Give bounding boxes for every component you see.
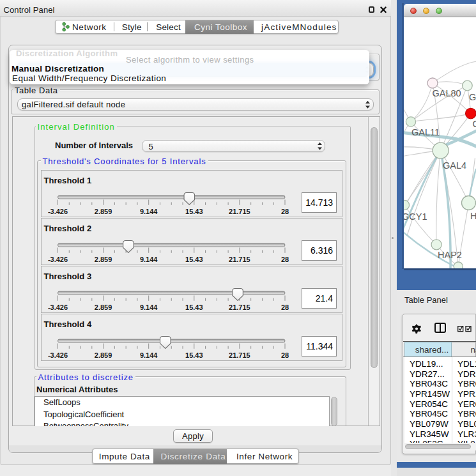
svg-text:9.144: 9.144 [139,351,157,359]
svg-text:-3.426: -3.426 [47,303,67,311]
svg-text:H: H [470,211,476,221]
svg-text:G.: G. [469,92,476,102]
svg-text:-3.426: -3.426 [47,351,67,359]
svg-text:28: 28 [280,256,288,263]
svg-text:2.859: 2.859 [94,351,112,359]
svg-text:2.859: 2.859 [94,208,112,215]
svg-text:28: 28 [280,208,288,215]
svg-text:28: 28 [280,351,288,359]
svg-text:HAP2: HAP2 [438,250,462,260]
svg-text:-3.426: -3.426 [47,256,67,263]
svg-text:21.715: 21.715 [229,256,250,263]
svg-text:-3.426: -3.426 [47,208,67,215]
svg-text:15.43: 15.43 [185,208,203,215]
svg-text:15.43: 15.43 [185,256,203,263]
svg-text:C: C [473,119,476,129]
svg-text:2.859: 2.859 [94,303,112,311]
svg-text:28: 28 [280,303,288,311]
svg-text:GCY1: GCY1 [404,211,427,222]
svg-text:15.43: 15.43 [185,303,203,311]
svg-text:9.144: 9.144 [139,208,157,215]
svg-text:GAL80: GAL80 [433,88,461,98]
svg-text:GAL4: GAL4 [443,160,466,171]
svg-text:21.715: 21.715 [229,351,250,359]
svg-text:9.144: 9.144 [139,256,157,263]
svg-text:21.715: 21.715 [229,208,250,215]
svg-text:21.715: 21.715 [229,303,250,311]
svg-text:GAL11: GAL11 [411,127,440,137]
svg-text:2.859: 2.859 [94,256,112,263]
svg-text:15.43: 15.43 [185,351,203,359]
svg-text:9.144: 9.144 [139,303,157,311]
